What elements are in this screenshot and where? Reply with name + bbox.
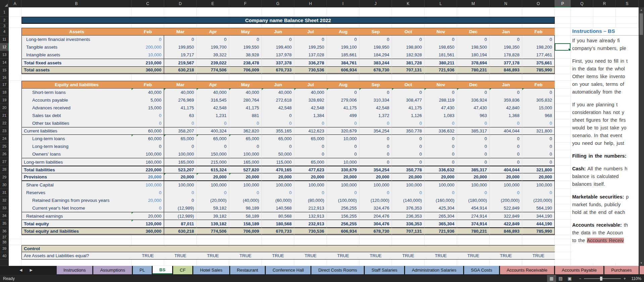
value-cell[interactable]: (80,000) [294, 196, 327, 204]
value-cell[interactable]: 0 [262, 143, 294, 150]
value-cell[interactable]: 20,000 [294, 173, 327, 181]
value-cell[interactable]: 177,461 [522, 51, 555, 59]
cell[interactable] [262, 260, 294, 266]
value-cell[interactable]: 0 [197, 36, 229, 43]
column-header-O[interactable]: O [522, 0, 555, 7]
value-cell[interactable]: 10,000 [327, 158, 359, 166]
value-cell[interactable]: 1,368 [490, 112, 522, 119]
value-cell[interactable]: 0 [327, 150, 359, 158]
value-cell[interactable]: 0 [457, 143, 490, 150]
cell[interactable] [262, 7, 294, 17]
value-cell[interactable]: 404,044 [490, 166, 522, 173]
row-header-29[interactable]: 29 [0, 173, 9, 181]
row-label[interactable]: Retained Earnings from prevous years [21, 196, 132, 204]
control-value-cell[interactable]: TRUE [425, 252, 457, 260]
cell[interactable] [132, 260, 164, 266]
cell[interactable] [555, 104, 571, 112]
cell[interactable] [132, 245, 164, 252]
month-header-cell[interactable]: Jan [490, 28, 522, 36]
value-cell[interactable]: 0 [522, 158, 555, 166]
cell[interactable] [522, 235, 555, 239]
cell[interactable] [9, 96, 21, 104]
row-header-39[interactable]: 39 [0, 245, 9, 252]
value-cell[interactable]: 20,000 [132, 212, 164, 220]
value-cell[interactable]: 360,000 [132, 227, 164, 235]
scroll-up-icon[interactable]: ▲ [640, 7, 643, 13]
column-header-R[interactable]: R [593, 0, 616, 7]
value-cell[interactable]: 265,304 [425, 212, 457, 220]
row-header-40[interactable]: 40 [0, 252, 9, 260]
column-header-Q[interactable]: Q [571, 0, 593, 7]
value-cell[interactable]: 0 [197, 119, 229, 127]
value-cell[interactable]: 0 [359, 143, 392, 150]
cell[interactable] [555, 245, 571, 252]
cell[interactable] [425, 74, 457, 81]
cell[interactable] [359, 74, 392, 81]
value-cell[interactable]: 0 [392, 119, 425, 127]
cell[interactable] [555, 235, 571, 239]
value-cell[interactable]: 137,028 [294, 51, 327, 59]
month-header-cell[interactable]: Jul [294, 28, 327, 36]
row-header-x[interactable] [0, 260, 9, 266]
value-cell[interactable]: 359,836 [490, 96, 522, 104]
value-cell[interactable]: 384,761 [327, 59, 359, 66]
column-header-M[interactable]: M [457, 0, 490, 7]
cell[interactable] [555, 212, 571, 220]
cell[interactable] [457, 74, 490, 81]
value-cell[interactable]: 276,969 [164, 96, 197, 104]
sheet-tab-sga-costs[interactable]: SGA Costs [464, 266, 499, 274]
value-cell[interactable]: 198,800 [392, 43, 425, 51]
value-cell[interactable]: 670,733 [262, 227, 294, 235]
value-cell[interactable]: 527,820 [229, 166, 262, 173]
row-label[interactable]: Long-term liabilities [21, 158, 132, 166]
cell[interactable] [9, 212, 21, 220]
value-cell[interactable]: 360,000 [132, 66, 164, 74]
cell[interactable] [21, 239, 132, 245]
value-cell[interactable]: 199,400 [262, 43, 294, 51]
value-cell[interactable]: 376,353 [392, 204, 425, 212]
value-cell[interactable]: 0 [425, 158, 457, 166]
value-cell[interactable]: (12,989) [164, 212, 197, 220]
value-cell[interactable]: 42,548 [262, 104, 294, 112]
cell[interactable] [457, 260, 490, 266]
value-cell[interactable]: 0 [457, 119, 490, 127]
cell[interactable] [359, 24, 392, 28]
cell[interactable] [164, 7, 197, 17]
cell[interactable] [555, 7, 571, 17]
cell[interactable] [490, 74, 522, 81]
value-cell[interactable]: 330,679 [327, 166, 359, 173]
cell[interactable] [262, 74, 294, 81]
value-cell[interactable]: 0 [522, 119, 555, 127]
value-cell[interactable]: 0 [294, 143, 327, 150]
cell[interactable] [571, 7, 593, 17]
sheet-tab-instructions[interactable]: Instructions [57, 266, 92, 274]
sheet-tab-staff-salaries[interactable]: Staff Salaries [365, 266, 404, 274]
cell[interactable] [9, 235, 21, 239]
value-cell[interactable]: 20,000 [164, 173, 197, 181]
value-cell[interactable]: 5,000 [132, 96, 164, 104]
cell[interactable] [555, 119, 571, 127]
cell[interactable] [9, 43, 21, 51]
value-cell[interactable]: 0 [457, 135, 490, 143]
row-label[interactable]: Long-term leasing [21, 143, 132, 150]
month-header-cell[interactable]: Oct [392, 28, 425, 36]
row-header-35[interactable]: 35 [0, 220, 9, 227]
cell[interactable] [555, 127, 571, 135]
cell[interactable] [229, 74, 262, 81]
value-cell[interactable]: 40,000 [164, 89, 197, 96]
row-header-26[interactable]: 26 [0, 150, 9, 158]
cell[interactable] [555, 66, 571, 74]
value-cell[interactable]: 288,119 [425, 96, 457, 104]
cell[interactable] [229, 235, 262, 239]
cell[interactable] [327, 260, 359, 266]
value-cell[interactable]: 522,849 [490, 204, 522, 212]
value-cell[interactable]: 199,100 [327, 43, 359, 51]
month-header-cell[interactable]: Mar [164, 81, 197, 89]
row-header-3[interactable]: 3 [0, 24, 9, 28]
value-cell[interactable]: 100,000 [132, 150, 164, 158]
cell[interactable] [9, 66, 21, 74]
cell[interactable] [9, 173, 21, 181]
value-cell[interactable]: 42,840 [490, 104, 522, 112]
value-cell[interactable]: 0 [425, 150, 457, 158]
cell[interactable] [164, 74, 197, 81]
